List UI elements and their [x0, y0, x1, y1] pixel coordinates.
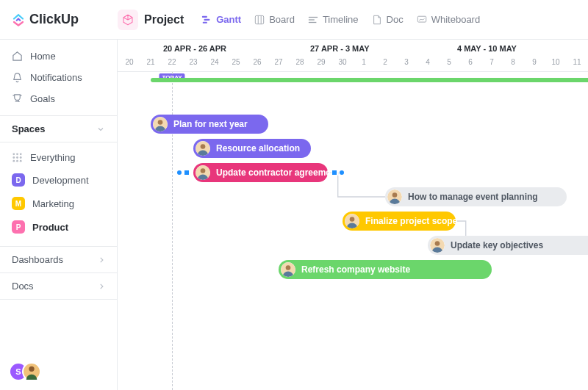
range-label: 20 APR - 26 APR — [163, 44, 226, 53]
resize-handle[interactable] — [184, 170, 189, 175]
svg-point-32 — [286, 265, 291, 270]
sidebar-item-home[interactable]: Home — [0, 46, 117, 67]
sidebar-item-goals[interactable]: Goals — [0, 88, 117, 109]
day-tick: 7 — [490, 58, 494, 66]
section-title: Spaces — [12, 123, 46, 134]
sidebar-item-label: Notifications — [30, 72, 82, 83]
svg-rect-9 — [417, 16, 426, 22]
day-tick: 29 — [317, 58, 325, 66]
task-label: Update key objectives — [451, 240, 543, 250]
board-icon — [254, 15, 265, 25]
range-label: 27 APR - 3 MAY — [310, 44, 370, 53]
space-marketing[interactable]: M Marketing — [0, 192, 117, 215]
breadcrumb: Project — [118, 10, 184, 30]
space-badge: M — [12, 197, 25, 210]
view-whiteboard[interactable]: Whiteboard — [417, 14, 480, 25]
svg-point-14 — [16, 156, 18, 159]
doc-icon — [372, 15, 382, 25]
day-tick: 22 — [168, 58, 176, 66]
task-bar-website[interactable]: Refresh company website — [279, 260, 492, 279]
sidebar-item-docs[interactable]: Docs — [0, 272, 117, 300]
day-tick: 3 — [404, 58, 409, 66]
space-development[interactable]: D Development — [0, 168, 117, 192]
day-tick: 26 — [253, 58, 261, 66]
timeline-icon — [308, 15, 318, 25]
svg-point-24 — [201, 168, 206, 173]
space-badge: P — [12, 220, 25, 234]
view-board[interactable]: Board — [254, 14, 295, 25]
resize-handle[interactable] — [332, 170, 337, 175]
view-label: Gantt — [216, 14, 241, 25]
svg-rect-0 — [202, 15, 207, 17]
home-icon — [12, 51, 23, 62]
link-handle[interactable] — [177, 170, 182, 175]
assignee-avatar[interactable] — [153, 117, 168, 131]
day-tick: 30 — [338, 58, 346, 66]
whiteboard-icon — [417, 15, 427, 25]
link-handle[interactable] — [340, 170, 344, 175]
space-product[interactable]: P Product — [0, 215, 117, 239]
link-label: Docs — [12, 281, 34, 292]
day-tick: 24 — [210, 58, 218, 66]
task-bar-objectives[interactable]: Update key objectives — [428, 236, 588, 255]
task-bar-resource[interactable]: Resource allocation — [193, 139, 311, 158]
task-bar-plan[interactable]: Plan for next year — [151, 115, 268, 134]
task-label: Resource allocation — [216, 143, 300, 154]
day-tick: 9 — [532, 58, 537, 66]
day-tick: 11 — [573, 58, 581, 66]
sidebar-item-dashboards[interactable]: Dashboards — [0, 246, 117, 272]
space-label: Marketing — [32, 198, 74, 209]
gantt-chart[interactable]: Plan for next yearResource allocationUpd… — [118, 85, 588, 390]
day-tick: 2 — [383, 58, 387, 66]
svg-point-18 — [20, 160, 22, 162]
svg-point-20 — [158, 120, 163, 125]
day-tick: 23 — [189, 58, 197, 66]
svg-rect-1 — [204, 18, 210, 20]
sidebar-item-label: Home — [30, 51, 56, 62]
day-tick: 6 — [468, 58, 473, 66]
project-icon — [118, 10, 138, 30]
view-timeline[interactable]: Timeline — [308, 14, 359, 25]
assignee-avatar[interactable] — [345, 214, 359, 228]
assignee-avatar[interactable] — [281, 262, 295, 277]
task-bar-contract[interactable]: Update contractor agreement — [193, 163, 328, 182]
svg-point-10 — [12, 153, 15, 155]
task-bar-event[interactable]: How to manage event planning — [385, 187, 567, 206]
chevron-right-icon — [98, 283, 105, 290]
task-label: Finalize project scope — [365, 216, 457, 226]
logo[interactable]: ClickUp — [12, 12, 118, 27]
day-tick: 5 — [447, 58, 451, 66]
task-bar-scope[interactable]: Finalize project scope — [343, 212, 456, 231]
cube-icon — [122, 14, 134, 26]
range-label: 4 MAY - 10 MAY — [457, 44, 517, 53]
view-doc[interactable]: Doc — [372, 14, 404, 25]
day-tick: 21 — [146, 58, 154, 66]
view-label: Doc — [387, 14, 404, 25]
view-label: Whiteboard — [431, 14, 480, 25]
assignee-avatar[interactable] — [196, 141, 210, 156]
space-label: Development — [32, 175, 89, 186]
day-tick: 4 — [426, 58, 430, 66]
sidebar-item-notifications[interactable]: Notifications — [0, 67, 117, 88]
assignee-avatar[interactable] — [196, 165, 210, 180]
day-tick: 20 — [125, 58, 133, 66]
space-everything[interactable]: Everything — [0, 147, 117, 168]
svg-point-26 — [392, 192, 398, 198]
presence[interactable]: S — [9, 362, 35, 381]
sidebar: Home Notifications Goals Spaces Everythi… — [0, 40, 118, 390]
spaces-header[interactable]: Spaces — [0, 115, 117, 142]
day-tick: 25 — [232, 58, 240, 66]
svg-point-16 — [12, 160, 15, 162]
assignee-avatar[interactable] — [387, 189, 402, 204]
svg-point-11 — [16, 153, 18, 155]
chevron-down-icon — [96, 125, 105, 134]
assignee-avatar[interactable] — [430, 238, 445, 253]
spaces-list: Everything D Development M Marketing P P… — [0, 142, 117, 246]
sidebar-item-label: Goals — [30, 93, 55, 104]
svg-point-17 — [16, 160, 18, 162]
view-gantt[interactable]: Gantt — [201, 14, 241, 25]
presence-avatar[interactable] — [22, 362, 41, 381]
views: Gantt Board Timeline Doc Whiteboard — [201, 14, 480, 25]
day-tick: 28 — [295, 58, 304, 66]
svg-point-15 — [20, 156, 22, 159]
